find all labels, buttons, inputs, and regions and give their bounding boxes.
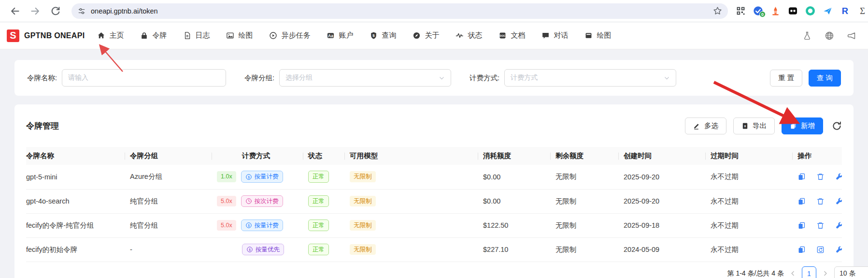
billing-cell: 5.0x按次计费: [217, 189, 308, 213]
column-header: 创建时间: [624, 147, 711, 165]
copy-icon[interactable]: [797, 221, 806, 230]
page-number-button[interactable]: 1: [802, 266, 816, 278]
export-label: 导出: [753, 121, 767, 131]
back-icon[interactable]: [10, 6, 20, 16]
status-badge: 正常: [308, 171, 329, 183]
clock-icon: [245, 198, 252, 205]
column-header: 过期时间: [711, 147, 797, 165]
models-badge: 无限制: [350, 196, 376, 207]
svg-text:Σ: Σ: [860, 6, 865, 16]
qr-extension-icon[interactable]: [736, 6, 746, 16]
copy-icon[interactable]: [797, 246, 806, 254]
page-size-select[interactable]: 10 条: [834, 266, 868, 278]
billing-select[interactable]: 计费方式: [504, 69, 676, 87]
status-cell: 正常: [308, 165, 350, 189]
add-label: 新增: [801, 121, 815, 131]
app-logo[interactable]: S: [7, 29, 19, 42]
search-button[interactable]: 查 询: [809, 70, 841, 87]
column-header: 消耗额度: [483, 147, 555, 165]
paper-plane-extension-icon[interactable]: [823, 6, 833, 16]
delete-icon[interactable]: [816, 221, 825, 230]
created-time-cell: 2025-09-18: [624, 213, 711, 237]
r-extension-icon[interactable]: R: [840, 6, 850, 16]
export-button[interactable]: x 导出: [733, 117, 775, 134]
token-name-input[interactable]: 请输入: [62, 69, 226, 87]
actions-cell: [797, 189, 842, 213]
delete-icon[interactable]: [816, 197, 825, 205]
dark-extension-icon[interactable]: [788, 6, 798, 16]
billing-label: 计费方式:: [470, 73, 499, 83]
table-row: fecify的令牌-纯官分组纯官分组5.0x$按量计费正常无限制$122.50无…: [26, 213, 842, 237]
billing-cell: 5.0x$按量计费: [217, 213, 308, 237]
delete-icon[interactable]: [816, 173, 825, 181]
edit-wrench-icon[interactable]: [835, 246, 842, 254]
used-quota-cell: $0.00: [483, 189, 555, 213]
models-badge: 无限制: [350, 244, 376, 255]
reset-button[interactable]: 重 置: [770, 70, 802, 87]
nav-item-logs[interactable]: 日志: [183, 31, 210, 40]
nav-item-status[interactable]: 状态: [455, 31, 482, 40]
image-icon: [226, 31, 234, 40]
add-button[interactable]: 新增: [782, 117, 823, 134]
pencil-icon: [693, 122, 700, 130]
nav-item-label: 日志: [195, 31, 210, 40]
expire-time-cell: 永不过期: [711, 165, 797, 189]
pulse-icon: [455, 31, 464, 40]
svg-text:DOC: DOC: [500, 34, 506, 37]
prev-page-icon[interactable]: [790, 270, 796, 277]
site-info-icon[interactable]: [77, 7, 86, 15]
edit-wrench-icon[interactable]: [835, 197, 842, 205]
bookmark-star-icon[interactable]: [713, 6, 722, 15]
created-time-cell: 2025-09-20: [624, 189, 711, 213]
models-badge: 无限制: [350, 220, 376, 231]
token-group-select[interactable]: 选择分组: [279, 69, 451, 87]
restore-icon[interactable]: [816, 246, 825, 254]
nav-item-draw[interactable]: 绘图: [226, 31, 253, 40]
copy-icon[interactable]: [797, 197, 806, 205]
multi-select-button[interactable]: 多选: [685, 117, 726, 134]
nav-item-token[interactable]: 令牌: [140, 31, 167, 40]
edit-wrench-icon[interactable]: [835, 221, 842, 230]
edit-wrench-icon[interactable]: [835, 173, 842, 181]
teal-ring-extension-icon[interactable]: [805, 6, 815, 16]
billing-badge: 按次计费: [241, 195, 283, 207]
models-cell: 无限制: [350, 165, 483, 189]
next-page-icon[interactable]: [822, 270, 828, 277]
expire-time-cell: 永不过期: [711, 189, 797, 213]
lighthouse-extension-icon[interactable]: [770, 6, 781, 16]
megaphone-icon[interactable]: [847, 31, 856, 41]
nav-item-docs[interactable]: DOC文档: [498, 31, 525, 40]
globe-icon[interactable]: [825, 31, 834, 41]
reload-icon[interactable]: [50, 6, 61, 16]
status-badge: 正常: [308, 195, 329, 207]
pagination: 第 1-4 条/总共 4 条 1 10 条: [26, 262, 868, 278]
nav-item-query[interactable]: $查询: [370, 31, 396, 40]
sigma-extension-icon[interactable]: Σ: [857, 6, 868, 16]
nav-item-account[interactable]: Aa账户: [327, 31, 353, 40]
multiplier-badge: 5.0x: [217, 196, 236, 207]
nav-item-label: 异步任务: [281, 31, 310, 40]
nav-item-home[interactable]: 主页: [97, 31, 124, 40]
panel-title: 令牌管理: [26, 120, 59, 132]
actions-cell: [797, 213, 842, 237]
copy-icon[interactable]: [797, 173, 806, 181]
models-cell: 无限制: [350, 213, 483, 237]
lock-icon: [140, 31, 148, 40]
svg-text:$: $: [373, 33, 375, 38]
extension-badge: 0: [759, 11, 766, 17]
url-text[interactable]: oneapi.gptnb.ai/token: [91, 7, 708, 15]
forward-icon[interactable]: [30, 6, 41, 16]
nav-item-chat[interactable]: 对话: [541, 31, 568, 40]
billing-label: 按量计费: [255, 221, 279, 230]
used-quota-cell: $227.10: [483, 237, 555, 262]
nav-item-about[interactable]: 关于: [413, 31, 439, 40]
filter-bar: 令牌名称: 请输入 令牌分组: 选择分组 计费方式: 计费方式 重 置 查 询: [14, 60, 854, 96]
address-bar[interactable]: oneapi.gptnb.ai/token: [71, 3, 728, 19]
refresh-icon[interactable]: [832, 121, 842, 131]
flask-icon[interactable]: [802, 31, 812, 41]
column-header: 可用模型: [350, 147, 483, 165]
nav-item-async-task[interactable]: 异步任务: [269, 31, 310, 40]
nav-item-draw-2[interactable]: 绘图: [584, 31, 611, 40]
billing-label: 按量优先: [256, 246, 280, 254]
blue-circle-extension-icon[interactable]: 0: [753, 6, 763, 16]
